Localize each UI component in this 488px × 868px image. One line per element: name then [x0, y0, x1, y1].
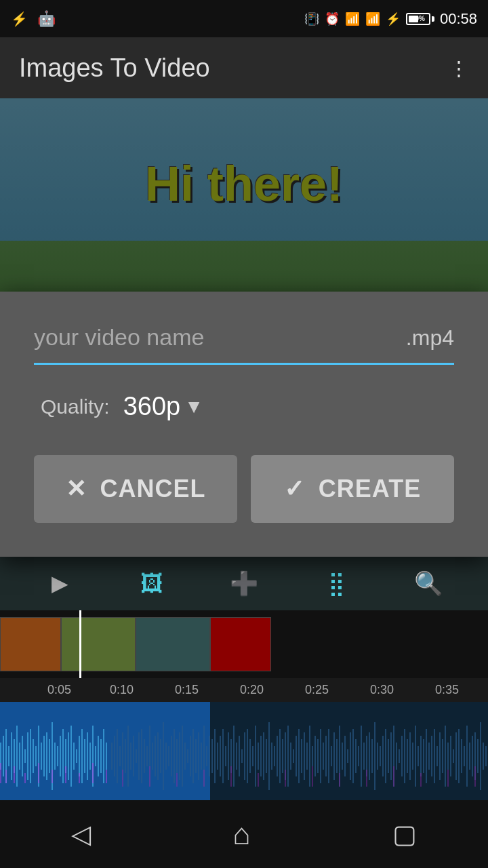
clip-4[interactable]: [210, 617, 271, 671]
battery-indicator: 50%: [406, 13, 434, 25]
timeline-clips: [0, 610, 488, 678]
svg-rect-191: [176, 773, 178, 787]
svg-rect-92: [225, 746, 226, 766]
svg-rect-150: [382, 736, 384, 776]
svg-rect-140: [355, 739, 357, 773]
svg-rect-12: [33, 739, 34, 773]
svg-rect-166: [426, 729, 427, 783]
svg-rect-89: [217, 743, 218, 770]
clip-3[interactable]: [136, 617, 210, 671]
svg-rect-53: [119, 746, 121, 766]
create-button[interactable]: ✓ CREATE: [251, 455, 454, 523]
svg-rect-103: [255, 726, 256, 787]
svg-rect-42: [14, 766, 15, 783]
svg-rect-43: [24, 773, 26, 783]
wifi-icon: 📶: [345, 12, 360, 26]
svg-rect-32: [87, 732, 88, 780]
home-icon: ⌂: [232, 817, 251, 851]
svg-rect-145: [369, 732, 370, 780]
clip-2[interactable]: [61, 617, 136, 671]
svg-rect-66: [155, 736, 156, 776]
svg-rect-49: [106, 770, 107, 783]
extension-label: .mp4: [406, 326, 454, 356]
svg-rect-27: [73, 743, 75, 770]
svg-rect-63: [146, 746, 148, 766]
svg-rect-61: [141, 729, 142, 783]
svg-rect-174: [447, 743, 449, 770]
svg-rect-50: [111, 743, 113, 770]
svg-rect-149: [380, 746, 381, 766]
app-bar: Images To Video ⋮: [0, 37, 488, 98]
svg-rect-156: [399, 749, 400, 763]
alarm-icon: ⏰: [325, 12, 340, 26]
svg-rect-44: [38, 763, 39, 783]
back-button[interactable]: ◁: [71, 819, 91, 849]
svg-rect-21: [57, 746, 58, 766]
signal-icon: 📶: [365, 12, 380, 26]
status-right-icons: 📳 ⏰ 📶 📶 ⚡ 50% 00:58: [304, 10, 477, 28]
svg-rect-200: [420, 773, 422, 787]
home-button[interactable]: ⌂: [232, 817, 251, 851]
svg-rect-194: [258, 773, 259, 787]
play-icon: ▶: [52, 570, 68, 596]
svg-rect-57: [130, 743, 131, 770]
svg-rect-1: [3, 736, 4, 776]
svg-rect-26: [70, 726, 72, 787]
svg-rect-17: [46, 732, 47, 780]
play-button[interactable]: ▶: [33, 563, 87, 604]
svg-rect-128: [323, 743, 324, 770]
waveform-svg: /* bars generated inline */: [0, 702, 488, 810]
svg-rect-186: [480, 722, 481, 790]
svg-rect-192: [203, 770, 205, 787]
svg-rect-77: [184, 743, 186, 770]
svg-rect-18: [49, 739, 50, 773]
search-icon: 🔍: [414, 570, 443, 597]
svg-rect-159: [407, 739, 408, 773]
timeline-markers: 0:05 0:10 0:15 0:20 0:25 0:30 0:35: [0, 678, 488, 702]
svg-rect-132: [333, 732, 335, 780]
svg-rect-38: [103, 729, 104, 783]
audio-waveform: /* bars generated inline */: [0, 702, 488, 810]
svg-rect-199: [393, 766, 394, 787]
svg-rect-169: [434, 729, 435, 783]
add-image-button[interactable]: 🖼: [125, 563, 179, 604]
svg-rect-91: [222, 729, 224, 783]
marker-0-30: 0:30: [370, 683, 394, 697]
menu-button[interactable]: ⋮: [449, 56, 469, 80]
video-name-input[interactable]: [34, 319, 395, 356]
editor-toolbar: ▶ 🖼 ➕ ⣿ 🔍: [0, 556, 488, 610]
svg-rect-106: [263, 732, 264, 780]
svg-rect-131: [331, 746, 332, 766]
search-button[interactable]: 🔍: [401, 563, 455, 604]
svg-rect-107: [266, 739, 267, 773]
dialog-buttons: ✕ CANCEL ✓ CREATE: [34, 455, 454, 523]
svg-rect-117: [293, 749, 294, 763]
add-media-button[interactable]: ➕: [217, 563, 271, 604]
svg-rect-139: [352, 729, 354, 783]
svg-rect-60: [138, 732, 140, 780]
android-icon: 🤖: [37, 10, 56, 28]
svg-rect-164: [420, 736, 422, 776]
cancel-icon: ✕: [66, 475, 87, 503]
svg-rect-78: [187, 749, 188, 763]
svg-rect-190: [149, 766, 150, 787]
back-icon: ◁: [71, 819, 91, 849]
svg-rect-160: [409, 732, 411, 780]
clip-1[interactable]: [0, 617, 61, 671]
svg-rect-69: [163, 722, 164, 790]
svg-rect-152: [388, 739, 389, 773]
svg-rect-173: [445, 726, 446, 787]
quality-dropdown[interactable]: 360p ▼: [123, 392, 203, 421]
svg-rect-95: [233, 726, 235, 787]
svg-rect-52: [117, 729, 118, 783]
svg-rect-171: [439, 732, 441, 780]
effects-button[interactable]: ⣿: [309, 563, 363, 604]
svg-rect-120: [301, 739, 302, 773]
cancel-button[interactable]: ✕ CANCEL: [34, 455, 237, 523]
svg-rect-74: [176, 739, 178, 773]
svg-rect-62: [144, 739, 145, 773]
svg-rect-168: [431, 736, 432, 776]
recent-button[interactable]: ▢: [392, 819, 417, 849]
svg-rect-193: [230, 766, 232, 787]
svg-rect-181: [466, 726, 468, 787]
